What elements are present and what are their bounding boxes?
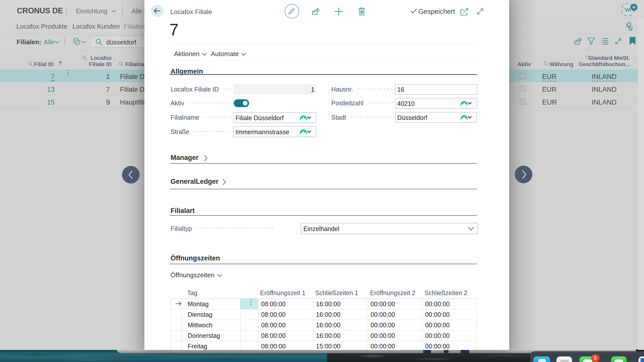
svg-text:VA: VA (625, 7, 631, 13)
